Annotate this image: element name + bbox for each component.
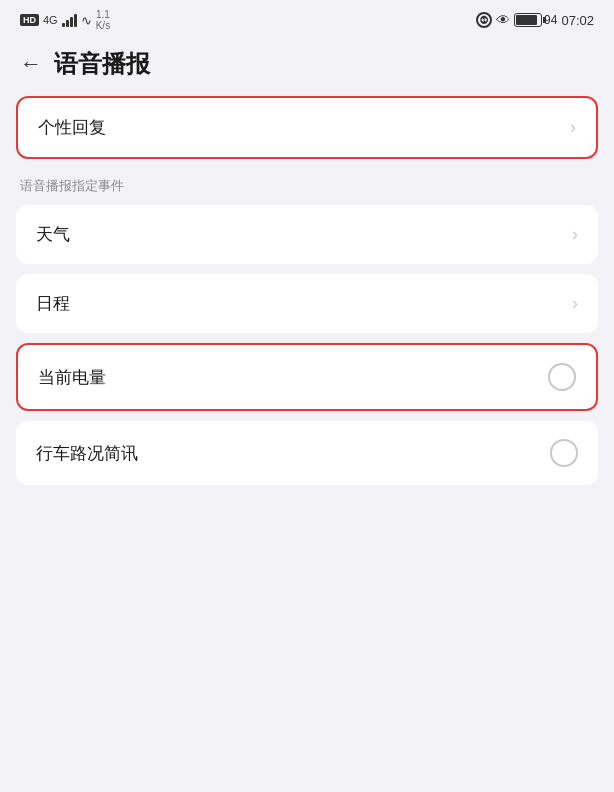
weather-item[interactable]: 天气 › [16,205,598,264]
time-display: 07:02 [561,13,594,28]
circle-number-icon: ⓵ [476,12,492,28]
battery-card[interactable]: 当前电量 [16,343,598,411]
status-bar: HD 4G ∿ 1.1K/s ⓵ 👁 94 07:02 [0,0,614,36]
battery-percent: 94 [544,13,557,27]
schedule-item[interactable]: 日程 › [16,274,598,333]
schedule-label: 日程 [36,292,70,315]
chevron-right-icon: › [572,224,578,245]
battery-toggle[interactable] [548,363,576,391]
hd-badge: HD [20,14,39,26]
traffic-card[interactable]: 行车路况简讯 [16,421,598,485]
weather-label: 天气 [36,223,70,246]
traffic-toggle[interactable] [550,439,578,467]
page-header: ← 语音播报 [0,36,614,96]
traffic-label: 行车路况简讯 [36,442,138,465]
status-right: ⓵ 👁 94 07:02 [476,12,594,28]
back-button[interactable]: ← [20,51,42,77]
chevron-right-icon: › [570,117,576,138]
eye-icon: 👁 [496,12,510,28]
battery-icon [514,13,542,27]
section-label: 语音播报指定事件 [16,169,598,205]
speed-text: 1.1K/s [96,9,110,31]
status-icons: ⓵ 👁 [476,12,510,28]
signal-icon [62,13,77,27]
status-left: HD 4G ∿ 1.1K/s [20,9,110,31]
chevron-right-icon: › [572,293,578,314]
page-title: 语音播报 [54,48,150,80]
battery-item[interactable]: 当前电量 [18,345,596,409]
weather-card[interactable]: 天气 › [16,205,598,264]
battery-container: 94 [514,13,557,27]
personal-reply-card[interactable]: 个性回复 › [16,96,598,159]
4g-label: 4G [43,14,58,26]
content-area: 个性回复 › 语音播报指定事件 天气 › 日程 › 当前电量 行车路况简讯 [0,96,614,485]
wifi-icon: ∿ [81,13,92,28]
personal-reply-label: 个性回复 [38,116,106,139]
battery-label: 当前电量 [38,366,106,389]
schedule-card[interactable]: 日程 › [16,274,598,333]
battery-level [516,15,537,25]
traffic-item[interactable]: 行车路况简讯 [16,421,598,485]
personal-reply-item[interactable]: 个性回复 › [18,98,596,157]
